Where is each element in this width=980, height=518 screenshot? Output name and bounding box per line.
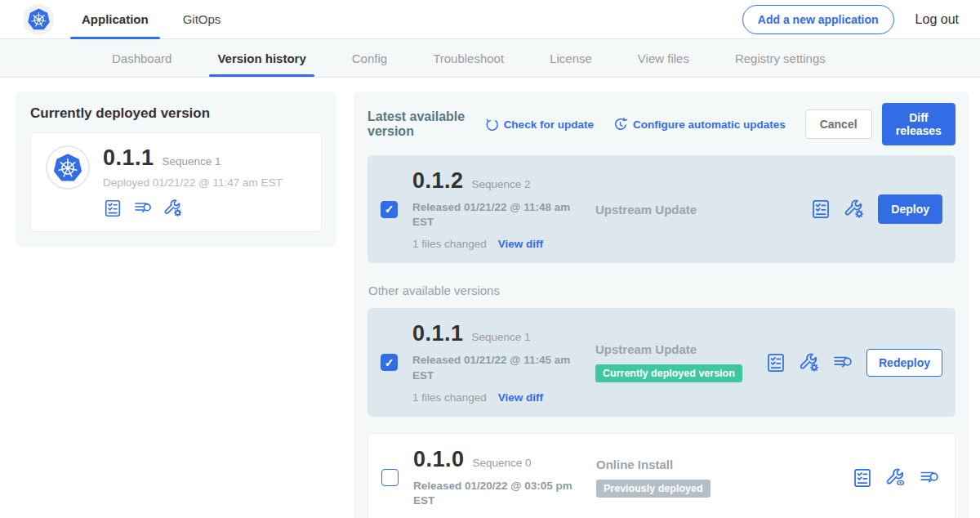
version-actions-icons: [852, 467, 940, 489]
version-checkbox[interactable]: [381, 354, 398, 371]
cancel-button[interactable]: Cancel: [805, 109, 872, 139]
previously-deployed-badge: Previously deployed: [596, 480, 710, 498]
released-timestamp: Released 01/21/22 @ 11:45 am EST: [412, 353, 572, 382]
configure-auto-updates-label: Configure automatic updates: [633, 118, 786, 131]
preflight-checklist-icon[interactable]: [103, 199, 122, 218]
available-versions-header: Latest available version Check for updat…: [368, 103, 956, 145]
nav-tab-application[interactable]: Application: [82, 0, 149, 39]
version-sequence: Sequence 2: [472, 178, 531, 190]
top-nav: Application GitOps Add a new application…: [0, 0, 980, 39]
version-row-0-1-1: 0.1.1 Sequence 1 Released 01/21/22 @ 11:…: [368, 308, 956, 416]
app-icon: [46, 145, 90, 190]
tab-version-history[interactable]: Version history: [217, 39, 305, 77]
view-diff-link[interactable]: View diff: [498, 391, 543, 404]
nav-tab-label: Application: [82, 12, 149, 26]
tab-registry-settings[interactable]: Registry settings: [735, 39, 826, 77]
deployed-timestamp: Deployed 01/21/22 @ 11:47 am EST: [103, 176, 283, 189]
source-label: Upstream Update: [595, 203, 697, 217]
source-label: Upstream Update: [595, 342, 697, 356]
configure-auto-updates-link[interactable]: Configure automatic updates: [613, 117, 786, 132]
config-wrench-gear-icon[interactable]: [844, 199, 865, 220]
version-checkbox[interactable]: [381, 201, 398, 218]
clock-refresh-icon: [613, 117, 628, 132]
version-info: 0.1.2 Sequence 2 Released 01/21/22 @ 11:…: [412, 168, 577, 250]
kubernetes-logo[interactable]: [23, 4, 54, 35]
tab-troubleshoot[interactable]: Troubleshoot: [433, 39, 504, 77]
source-label: Online Install: [596, 458, 673, 471]
currently-deployed-panel: Currently deployed version 0.1.1 Sequenc…: [16, 92, 336, 247]
version-actions-icons: [810, 199, 865, 220]
version-number: 0.1.0: [413, 447, 465, 472]
config-wrench-gear-icon[interactable]: [799, 352, 820, 373]
release-notes-search-icon[interactable]: [832, 352, 853, 373]
config-wrench-eye-icon[interactable]: [885, 467, 906, 489]
other-versions-title: Other available versions: [368, 284, 956, 297]
logout-button[interactable]: Log out: [915, 12, 959, 27]
tab-dashboard[interactable]: Dashboard: [112, 39, 172, 77]
config-wrench-gear-icon[interactable]: [163, 199, 183, 218]
view-diff-link[interactable]: View diff: [498, 238, 543, 250]
add-application-button[interactable]: Add a new application: [742, 5, 894, 34]
latest-available-title: Latest available version: [368, 109, 471, 139]
deploy-button[interactable]: Deploy: [878, 194, 942, 224]
version-sequence: Sequence 0: [473, 457, 532, 469]
preflight-checklist-icon[interactable]: [765, 352, 786, 373]
nav-tab-label: GitOps: [183, 12, 221, 26]
version-number: 0.1.1: [412, 321, 464, 346]
files-changed-text: 1 files changed: [412, 391, 487, 404]
deployed-version-card: 0.1.1 Sequence 1 Deployed 01/21/22 @ 11:…: [30, 132, 322, 232]
deployed-sequence: Sequence 1: [163, 155, 221, 167]
release-notes-search-icon[interactable]: [919, 467, 940, 489]
version-info: 0.1.0 Sequence 0 Released 01/20/22 @ 03:…: [413, 447, 578, 508]
version-row-0-1-0: 0.1.0 Sequence 0 Released 01/20/22 @ 03:…: [368, 433, 956, 518]
version-source: Upstream Update Currently deployed versi…: [595, 342, 742, 382]
version-source: Online Install Previously deployed: [596, 458, 710, 498]
refresh-icon: [484, 117, 499, 132]
version-info: 0.1.1 Sequence 1 Released 01/21/22 @ 11:…: [412, 321, 577, 403]
released-timestamp: Released 01/21/22 @ 11:48 am EST: [412, 200, 572, 230]
nav-tab-gitops[interactable]: GitOps: [183, 0, 221, 39]
tab-license[interactable]: License: [550, 39, 592, 77]
preflight-checklist-icon[interactable]: [852, 467, 873, 489]
main-content: Currently deployed version 0.1.1 Sequenc…: [0, 78, 980, 518]
tab-view-files[interactable]: View files: [638, 39, 689, 77]
currently-deployed-title: Currently deployed version: [30, 105, 322, 122]
version-checkbox[interactable]: [381, 469, 399, 486]
version-number: 0.1.2: [412, 168, 464, 194]
version-row-0-1-2: 0.1.2 Sequence 2 Released 01/21/22 @ 11:…: [368, 155, 956, 263]
deployed-version-info: 0.1.1 Sequence 1 Deployed 01/21/22 @ 11:…: [103, 145, 283, 218]
redeploy-button[interactable]: Redeploy: [866, 349, 942, 377]
available-versions-panel: Latest available version Check for updat…: [354, 92, 969, 518]
released-timestamp: Released 01/20/22 @ 03:05 pm EST: [413, 479, 572, 508]
check-for-update-link[interactable]: Check for update: [484, 117, 594, 132]
release-notes-search-icon[interactable]: [133, 199, 153, 218]
version-actions-icons: [765, 352, 853, 373]
preflight-checklist-icon[interactable]: [810, 199, 831, 220]
check-for-update-label: Check for update: [504, 118, 594, 131]
deployed-version-number: 0.1.1: [103, 145, 154, 171]
app-sub-nav: Dashboard Version history Config Trouble…: [0, 39, 980, 78]
tab-config[interactable]: Config: [352, 39, 387, 77]
version-source: Upstream Update: [595, 203, 697, 217]
version-sequence: Sequence 1: [472, 331, 531, 343]
files-changed-text: 1 files changed: [412, 238, 487, 250]
diff-releases-button[interactable]: Diff releases: [882, 103, 956, 145]
currently-deployed-badge: Currently deployed version: [595, 364, 742, 382]
